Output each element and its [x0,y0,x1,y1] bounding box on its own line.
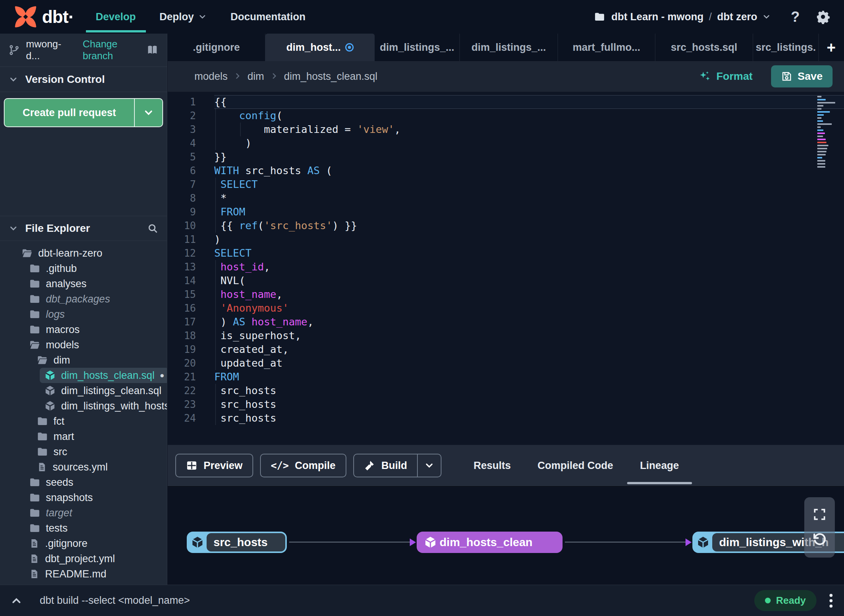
file-tree-item[interactable]: dbt_packages [0,291,167,307]
file-tree-item[interactable]: analyses [0,276,167,291]
file-tree-item[interactable]: dbt-learn-zero [0,246,167,261]
file-tree-item-inner: logs [24,307,160,322]
version-control-header[interactable]: Version Control [0,67,167,92]
code-line[interactable]: 3 materialized = 'view', [168,123,844,136]
create-pull-request-button[interactable]: Create pull request [4,98,163,127]
build-dropdown-caret[interactable] [417,454,441,477]
editor-tab[interactable]: dim_listings_... [375,34,460,61]
breadcrumb-item[interactable]: models [194,71,228,82]
file-tree-item[interactable]: logs [0,307,167,322]
gear-icon[interactable] [816,10,830,24]
book-icon[interactable] [146,44,158,56]
build-button[interactable]: Build [353,454,442,477]
file-tree-item[interactable]: dim_listings_with_hosts... [0,398,167,414]
file-tree-item[interactable]: fct [0,414,167,429]
file-tree-item[interactable]: dbt_project.yml [0,551,167,566]
file-tree-item-inner: seeds [24,475,160,490]
file-tree-item[interactable]: src [0,444,167,459]
breadcrumb-item[interactable]: dim [247,71,264,82]
nav-item-deploy[interactable]: Deploy [160,11,207,23]
nav-item-documentation[interactable]: Documentation [231,11,306,23]
code-line[interactable]: 10 {{ ref('src_hosts') }} [168,219,844,233]
file-tree-item[interactable]: .github [0,261,167,276]
search-icon[interactable] [147,223,158,234]
pull-request-caret[interactable] [134,99,162,126]
lineage-node-src_hosts[interactable]: src_hosts [187,532,287,553]
code-line[interactable]: 17 ) AS host_name, [168,315,844,329]
editor-tab[interactable]: src_hosts.sql [655,34,753,61]
file-tree-item[interactable]: sources.yml [0,459,167,475]
file-tree-item[interactable]: seeds [0,475,167,490]
file-tree-item[interactable]: dim [0,352,167,368]
code-line[interactable]: 21FROM [168,370,844,384]
file-tree-item[interactable]: macros [0,322,167,337]
code-line[interactable]: 13 host_id, [168,260,844,274]
code-line[interactable]: 22 src_hosts [168,384,844,398]
file-explorer-header[interactable]: File Explorer [0,216,167,241]
code-line[interactable]: 6WITH src_hosts AS ( [168,164,844,178]
code-line[interactable]: 7 SELECT [168,178,844,191]
compile-button[interactable]: </>Compile [260,454,346,477]
dbt-logo[interactable]: dbt [13,4,72,29]
code-line[interactable]: 1{{ [168,95,844,109]
file-tree-item[interactable]: README.md [0,566,167,582]
format-button[interactable]: Format [699,70,753,82]
file-tree-item[interactable]: snapshots [0,490,167,505]
chevron-down-icon[interactable] [762,12,771,21]
project-name[interactable]: dbt Learn - mwong [611,11,703,23]
help-icon[interactable]: ? [791,9,800,25]
code-text: created_at, [214,343,844,356]
code-line[interactable]: 12SELECT [168,246,844,260]
code-line[interactable]: 24 src_hosts [168,411,844,425]
file-tree-item[interactable]: target [0,505,167,521]
code-editor[interactable]: 1{{2 config(3 materialized = 'view',4 )5… [168,92,844,445]
editor-tab[interactable]: .gitignore [168,34,265,61]
code-line[interactable]: 18 is_superhost, [168,329,844,343]
file-tree-item[interactable]: .gitignore [0,536,167,551]
code-line[interactable]: 11) [168,233,844,246]
new-tab-button[interactable]: + [818,34,844,61]
code-line[interactable]: 23 src_hosts [168,398,844,411]
editor-tab-label: src_hosts.sql [671,42,737,53]
code-line[interactable]: 9 FROM [168,205,844,219]
save-button[interactable]: Save [771,65,833,87]
code-line[interactable]: 14 NVL( [168,274,844,288]
expand-icon[interactable] [812,507,827,522]
panel-tab-compiled-code[interactable]: Compiled Code [538,445,613,486]
code-line[interactable]: 19 created_at, [168,343,844,356]
refresh-icon[interactable] [811,531,828,548]
minimap-line [817,120,823,122]
editor-tab[interactable]: mart_fullmo... [558,34,655,61]
chevron-up-icon[interactable] [10,594,23,607]
file-tree-item[interactable]: dim_hosts_clean.sql• [0,368,167,383]
code-line[interactable]: 20 updated_at [168,356,844,370]
file-tree-item[interactable]: mart [0,429,167,444]
code-line[interactable]: 5}} [168,150,844,164]
file-tree-item[interactable]: models [0,337,167,352]
line-number: 13 [168,260,196,274]
minimap[interactable] [817,96,838,169]
file-tree-item[interactable]: tests [0,521,167,536]
breadcrumb-item[interactable]: dim_hosts_clean.sql [284,71,378,82]
code-line[interactable]: 2 config( [168,109,844,123]
environment-name[interactable]: dbt zero [717,11,757,23]
nav-item-develop[interactable]: Develop [96,11,136,23]
editor-tab[interactable]: dim_host... [265,34,375,61]
code-line[interactable]: 15 host_name, [168,288,844,301]
editor-tab[interactable]: src_listings. [753,34,819,61]
file-tree-item[interactable]: dim_listings_clean.sql [0,383,167,398]
kebab-icon[interactable] [829,594,833,608]
code-line[interactable]: 16 'Anonymous' [168,301,844,315]
preview-button[interactable]: Preview [175,454,253,477]
editor-tab[interactable]: dim_listings_... [460,34,558,61]
panel-tab-lineage[interactable]: Lineage [640,445,679,486]
change-branch-link[interactable]: Change branch [82,38,146,62]
indent-guide [215,343,216,356]
panel-tab-results[interactable]: Results [474,445,511,486]
code-line[interactable]: 4 ) [168,136,844,150]
command-text[interactable]: dbt build --select <model_name> [40,595,190,606]
preview-button-main: Preview [176,454,252,477]
lineage-node-dim_hosts_clean[interactable]: dim_hosts_clean [417,532,563,553]
lineage-canvas[interactable]: src_hostsdim_hosts_cleandim_listings_wit… [168,486,844,585]
code-line[interactable]: 8 * [168,191,844,205]
